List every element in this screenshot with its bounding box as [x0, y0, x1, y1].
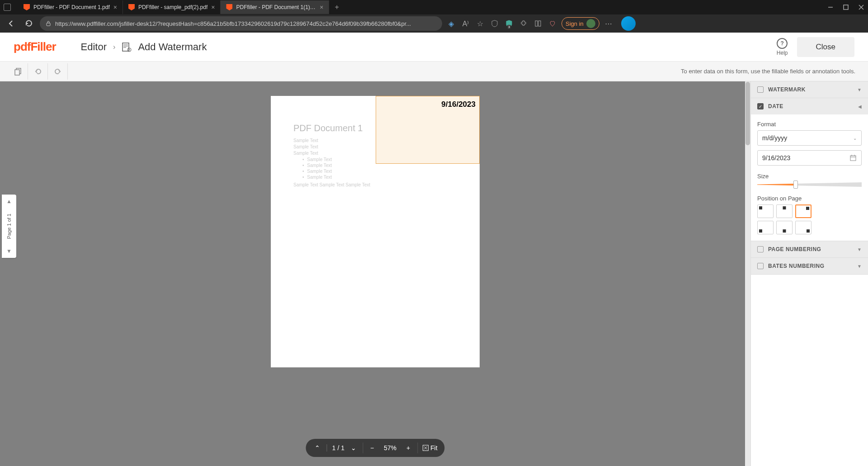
- size-slider[interactable]: [757, 182, 862, 187]
- close-window-icon[interactable]: [858, 4, 864, 10]
- page-numbering-header[interactable]: PAGE NUMBERING ▼: [751, 241, 868, 257]
- svg-rect-1: [844, 5, 848, 10]
- url-input[interactable]: https://www.pdffiller.com/jsfiller-desk1…: [40, 16, 442, 31]
- browser-titlebar: PDFfiller - PDF Document 1.pdf × PDFfill…: [0, 0, 868, 14]
- close-icon[interactable]: ×: [113, 4, 117, 11]
- browser-tab[interactable]: PDFfiller - sample_pdf(2).pdf ×: [123, 0, 221, 14]
- document-bullet: Sample Text: [302, 169, 370, 174]
- position-top-left[interactable]: [757, 204, 774, 218]
- collections-icon[interactable]: [547, 18, 558, 29]
- date-header[interactable]: DATE ◀: [751, 98, 868, 114]
- page-number-input[interactable]: [326, 444, 335, 452]
- breadcrumb-editor[interactable]: Editor: [81, 41, 107, 53]
- scrollbar-thumb[interactable]: [745, 82, 750, 145]
- redo-button[interactable]: [48, 63, 68, 80]
- read-aloud-icon[interactable]: A⁾: [460, 18, 471, 29]
- date-section: DATE ◀ Format m/d/yyyy ⌄ 9/16/2023 Size: [751, 98, 868, 241]
- watermark-icon: A: [122, 42, 132, 52]
- browser-tab[interactable]: PDFfiller - PDF Document 1.pdf ×: [18, 0, 123, 14]
- format-select[interactable]: m/d/yyyy ⌄: [757, 130, 862, 146]
- undo-icon: [33, 67, 42, 76]
- position-top-right[interactable]: [795, 204, 811, 218]
- svg-rect-5: [535, 21, 538, 26]
- calendar-icon[interactable]: [849, 154, 857, 162]
- size-label: Size: [757, 173, 862, 180]
- tab-title: PDFfiller - PDF Document 1.pdf: [33, 4, 110, 10]
- watermark-section: WATERMARK ▼: [751, 81, 868, 98]
- maximize-icon[interactable]: [843, 4, 849, 10]
- separator: [417, 442, 418, 453]
- svg-rect-4: [47, 23, 50, 26]
- back-button[interactable]: [4, 16, 18, 31]
- workspace: ▲ Page 1 of 1 ▼ 9/16/2023 PDF Document 1…: [0, 81, 868, 466]
- scrollbar[interactable]: [745, 81, 750, 466]
- browser-tab-active[interactable]: PDFfiller - PDF Document 1(1).pd ×: [221, 0, 329, 14]
- bates-header[interactable]: BATES NUMBERING ▼: [751, 258, 868, 274]
- signin-button[interactable]: Sign in: [561, 17, 599, 30]
- date-value: 9/16/2023: [762, 154, 790, 162]
- help-button[interactable]: ? Help: [777, 38, 788, 56]
- slider-thumb[interactable]: [793, 181, 798, 189]
- favorite-icon[interactable]: ☆: [475, 18, 486, 29]
- shopping-tag-icon[interactable]: ◈: [446, 18, 457, 29]
- breadcrumb: Editor › A Add Watermark: [81, 41, 207, 53]
- position-grid: [757, 204, 862, 234]
- canvas-area: ▲ Page 1 of 1 ▼ 9/16/2023 PDF Document 1…: [0, 81, 750, 466]
- zoom-out-button[interactable]: −: [368, 444, 377, 452]
- document-line: Sample Text: [293, 151, 370, 156]
- zoom-toolbar: ⌃ / 1 ⌄ − 57% + Fit: [306, 439, 444, 457]
- close-icon[interactable]: ×: [211, 4, 215, 11]
- position-bottom-left[interactable]: [757, 221, 774, 234]
- fit-button[interactable]: Fit: [422, 444, 438, 452]
- zoom-in-button[interactable]: +: [404, 444, 413, 452]
- bates-checkbox[interactable]: [757, 263, 764, 269]
- watermark-checkbox[interactable]: [757, 86, 764, 93]
- document-bullet: Sample Text: [302, 157, 370, 162]
- page-numbering-checkbox[interactable]: [757, 246, 764, 252]
- next-page-button[interactable]: ⌄: [349, 444, 358, 452]
- date-input[interactable]: 9/16/2023: [757, 150, 862, 166]
- tab-title: PDFfiller - sample_pdf(2).pdf: [138, 4, 208, 10]
- watermark-header[interactable]: WATERMARK ▼: [751, 81, 868, 98]
- document-bullet: Sample Text: [302, 175, 370, 180]
- tab-favicon-icon: [24, 4, 30, 10]
- redo-icon: [53, 67, 62, 76]
- shield-icon[interactable]: [489, 18, 500, 29]
- help-label: Help: [777, 50, 788, 56]
- breadcrumb-current: Add Watermark: [138, 41, 207, 53]
- page-up-button[interactable]: ▲: [6, 198, 12, 204]
- logo: pdfFiller: [14, 40, 56, 54]
- new-tab-button[interactable]: +: [329, 3, 344, 11]
- position-bottom-center[interactable]: [776, 221, 793, 234]
- slider-track: [757, 182, 862, 187]
- position-label: Position on Page: [757, 195, 862, 202]
- svg-text:A: A: [129, 48, 131, 51]
- tab-overview-icon[interactable]: [4, 4, 11, 11]
- position-bottom-right[interactable]: [795, 221, 811, 234]
- split-screen-icon[interactable]: [533, 18, 543, 29]
- pages-button[interactable]: [8, 63, 28, 80]
- toolbar: To enter data on this form, use the fill…: [0, 62, 868, 81]
- document-page[interactable]: 9/16/2023 PDF Document 1 Sample Text Sam…: [271, 96, 480, 367]
- minimize-icon[interactable]: [827, 4, 834, 10]
- close-icon[interactable]: ×: [320, 4, 323, 11]
- svg-rect-11: [15, 70, 19, 75]
- close-button[interactable]: Close: [797, 37, 854, 57]
- extensions-icon[interactable]: [518, 18, 529, 29]
- svg-rect-7: [123, 43, 129, 51]
- more-icon[interactable]: ⋯: [603, 18, 614, 29]
- page-input-group: / 1: [326, 444, 344, 452]
- browser-addressbar: https://www.pdffiller.com/jsfiller-desk1…: [0, 14, 868, 33]
- date-checkbox[interactable]: [757, 103, 764, 109]
- lock-icon: [45, 20, 52, 27]
- undo-button[interactable]: [28, 63, 48, 80]
- shield-check-icon[interactable]: 3: [504, 18, 514, 29]
- refresh-button[interactable]: [22, 16, 36, 31]
- position-top-center[interactable]: [776, 204, 793, 218]
- watermark-date-box[interactable]: 9/16/2023: [376, 96, 480, 164]
- page-down-button[interactable]: ▼: [6, 248, 12, 254]
- bing-icon[interactable]: [621, 16, 636, 31]
- tab-favicon-icon: [226, 4, 232, 10]
- prev-page-button[interactable]: ⌃: [313, 444, 322, 452]
- fit-label: Fit: [430, 444, 438, 452]
